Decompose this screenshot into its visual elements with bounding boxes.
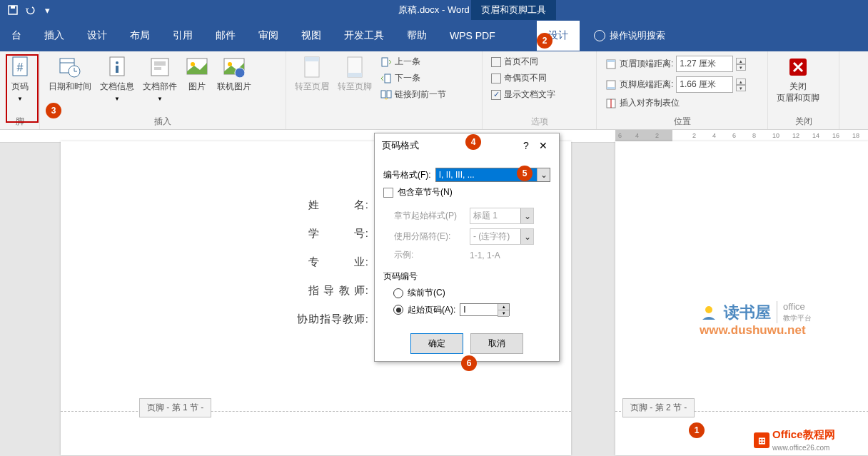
- spinner[interactable]: ▴▾: [736, 78, 746, 91]
- diff-odd-even-checkbox[interactable]: 奇偶页不同: [488, 71, 558, 86]
- doc-info-button[interactable]: 文档信息 ▼: [97, 54, 137, 103]
- context-tool-label: 页眉和页脚工具: [471, 0, 556, 21]
- spin-down[interactable]: ▾: [498, 310, 509, 317]
- header-distance-row[interactable]: 页眉顶端距离: 1.27 厘米 ▴▾: [602, 54, 749, 74]
- svg-rect-1: [11, 6, 15, 9]
- tell-me-label: 操作说明搜索: [610, 29, 665, 42]
- header-distance-icon: [605, 59, 617, 70]
- page-numbering-label: 页码编号: [383, 270, 550, 283]
- svg-rect-11: [116, 66, 118, 73]
- align-tab-icon: [605, 98, 617, 109]
- group-label-options: 选项: [488, 114, 590, 129]
- svg-point-35: [705, 306, 712, 313]
- dialog-help-button[interactable]: ?: [518, 140, 535, 151]
- svg-rect-27: [387, 91, 391, 98]
- title-bar: ▾ 原稿.docx - Word 页眉和页脚工具: [0, 0, 868, 20]
- tab-view[interactable]: 视图: [290, 21, 333, 51]
- dialog-close-button[interactable]: ✕: [535, 140, 552, 151]
- undo-icon[interactable]: [24, 4, 36, 16]
- save-icon[interactable]: [7, 4, 19, 16]
- tab-layout[interactable]: 布局: [118, 21, 161, 51]
- next-button[interactable]: 下一条: [378, 71, 449, 86]
- tab-developer[interactable]: 开发工具: [333, 21, 395, 51]
- show-doc-text-checkbox[interactable]: ✓ 显示文档文字: [488, 87, 558, 102]
- header-distance-input[interactable]: 1.27 厘米: [676, 56, 733, 72]
- next-icon: [380, 73, 392, 84]
- separator-select: - (连字符) ⌄: [470, 228, 534, 245]
- cancel-button[interactable]: 取消: [470, 333, 523, 354]
- footer-distance-icon: [605, 79, 617, 91]
- picture-icon: [186, 56, 208, 78]
- svg-rect-31: [607, 87, 615, 89]
- tab-hf-design[interactable]: 设计: [537, 21, 580, 51]
- number-format-select[interactable]: I, II, III, ... ⌄: [435, 168, 550, 182]
- tab-mailings[interactable]: 邮件: [204, 21, 247, 51]
- svg-rect-14: [154, 67, 161, 70]
- ok-button[interactable]: 确定: [410, 333, 463, 354]
- tab-design[interactable]: 设计: [76, 21, 118, 51]
- tab-insert[interactable]: 插入: [33, 21, 76, 51]
- svg-text:#: #: [17, 61, 24, 74]
- svg-rect-23: [348, 73, 362, 77]
- page-number-format-dialog: 页码格式 ? ✕ 编号格式(F): I, II, III, ... ⌄ 包含章节…: [374, 133, 560, 362]
- group-label-footer: 脚: [6, 114, 34, 129]
- office-square-icon: ⊞: [754, 432, 769, 448]
- form-label: 协助指导教师:: [296, 313, 375, 326]
- office-tutorial-watermark: ⊞ Office教程网 www.office26.com: [754, 428, 835, 452]
- checkbox-icon: [491, 57, 501, 67]
- start-at-radio[interactable]: [393, 305, 403, 315]
- dropdown-arrow-icon: ⌄: [537, 168, 550, 181]
- picture-button[interactable]: 图片: [183, 54, 211, 94]
- tell-me-search[interactable]: 操作说明搜索: [594, 29, 665, 42]
- footer-distance-input[interactable]: 1.66 厘米: [676, 76, 733, 93]
- online-picture-button[interactable]: 联机图片: [214, 54, 254, 94]
- tab-help[interactable]: 帮助: [395, 21, 438, 51]
- doc-info-icon: [106, 56, 128, 78]
- page-number-icon: #: [9, 56, 31, 78]
- previous-button[interactable]: 上一条: [378, 54, 449, 69]
- close-header-footer-button[interactable]: 关闭 页眉和页脚: [774, 54, 822, 105]
- doc-parts-button[interactable]: 文档部件 ▼: [140, 54, 180, 103]
- align-tab-button[interactable]: 插入对齐制表位: [602, 96, 749, 111]
- svg-rect-24: [382, 58, 388, 66]
- person-icon: [700, 304, 718, 321]
- previous-icon: [380, 56, 392, 68]
- footer-distance-row[interactable]: 页脚底端距离: 1.66 厘米 ▴▾: [602, 75, 749, 94]
- diff-first-page-checkbox[interactable]: 首页不同: [488, 54, 558, 69]
- tab-review[interactable]: 审阅: [247, 21, 290, 51]
- tab-wps-pdf[interactable]: WPS PDF: [438, 21, 507, 50]
- group-label-insert: 插入: [46, 114, 280, 129]
- form-label: 指 导 教 师:: [296, 284, 375, 298]
- goto-header-button: 转至页眉: [292, 54, 332, 94]
- date-time-button[interactable]: 日期和时间: [46, 54, 94, 94]
- include-chapter-checkbox[interactable]: [383, 188, 393, 198]
- chapter-style-select: 标题 1 ⌄: [470, 208, 534, 224]
- group-label-close: 关闭: [774, 114, 833, 129]
- page-2[interactable]: 页脚 - 第 2 节 -: [615, 141, 868, 455]
- checkbox-checked-icon: ✓: [491, 90, 501, 100]
- tab-start[interactable]: 台: [0, 21, 33, 51]
- link-previous-button[interactable]: 链接到前一节: [378, 87, 449, 102]
- tab-references[interactable]: 引用: [161, 21, 204, 51]
- continue-prev-radio[interactable]: [393, 288, 403, 298]
- dropdown-icon[interactable]: ▾: [41, 4, 53, 16]
- svg-rect-29: [607, 60, 615, 62]
- page-number-button[interactable]: # 页码 ▼: [6, 54, 34, 103]
- footer-tag-2: 页脚 - 第 2 节 -: [622, 398, 695, 417]
- dialog-title: 页码格式: [382, 139, 518, 152]
- calendar-clock-icon: [59, 56, 81, 78]
- spin-up[interactable]: ▴: [498, 304, 509, 310]
- svg-rect-13: [154, 61, 166, 66]
- quick-parts-icon: [148, 56, 171, 78]
- spinner[interactable]: ▴▾: [736, 58, 746, 71]
- checkbox-icon: [491, 74, 501, 83]
- svg-point-19: [235, 68, 245, 78]
- goto-footer-icon: [343, 56, 366, 78]
- ribbon: # 页码 ▼ 脚 日期和时间 文档信息 ▼ 文档部件 ▼: [0, 51, 868, 130]
- goto-header-icon: [301, 56, 323, 78]
- lightbulb-icon: [594, 30, 605, 41]
- start-at-spinbox[interactable]: ▴▾: [460, 303, 510, 316]
- start-at-input[interactable]: [463, 305, 492, 315]
- form-label: 学 号:: [296, 227, 375, 240]
- link-icon: [380, 89, 392, 101]
